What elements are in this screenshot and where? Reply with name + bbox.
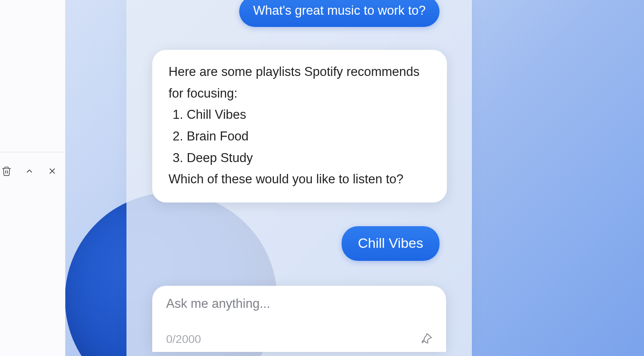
chat-panel: What's great music to work to? Here are … <box>127 0 472 356</box>
user-message-text: Chill Vibes <box>358 235 423 251</box>
user-message-bubble: Chill Vibes <box>342 226 440 261</box>
composer-input[interactable]: Ask me anything... <box>166 296 432 311</box>
user-message-row: What's great music to work to? <box>152 0 440 27</box>
user-message-row: Chill Vibes <box>152 226 440 261</box>
side-panel <box>0 0 65 356</box>
character-count: 0/2000 <box>166 333 201 346</box>
user-message-bubble: What's great music to work to? <box>239 0 440 27</box>
user-message-text: What's great music to work to? <box>253 3 426 18</box>
trash-icon[interactable] <box>1 165 12 177</box>
chevron-up-icon[interactable] <box>24 165 35 177</box>
side-toolbar <box>0 165 65 177</box>
close-icon[interactable] <box>47 165 58 177</box>
bot-message-outro: Which of these would you like to listen … <box>169 169 431 190</box>
bot-message-bubble: Here are some playlists Spotify recommen… <box>152 50 447 202</box>
composer[interactable]: Ask me anything... 0/2000 <box>152 286 446 352</box>
composer-footer: 0/2000 <box>166 332 434 346</box>
bot-message-intro: Here are some playlists Spotify recommen… <box>169 61 431 104</box>
side-panel-divider <box>0 152 65 152</box>
bot-list-item: 2. Brain Food <box>169 126 431 147</box>
bot-message-row: Here are some playlists Spotify recommen… <box>152 50 447 202</box>
pin-icon[interactable] <box>420 332 434 346</box>
bot-list-item: 1. Chill Vibes <box>169 104 431 126</box>
bot-list-item: 3. Deep Study <box>169 147 431 169</box>
